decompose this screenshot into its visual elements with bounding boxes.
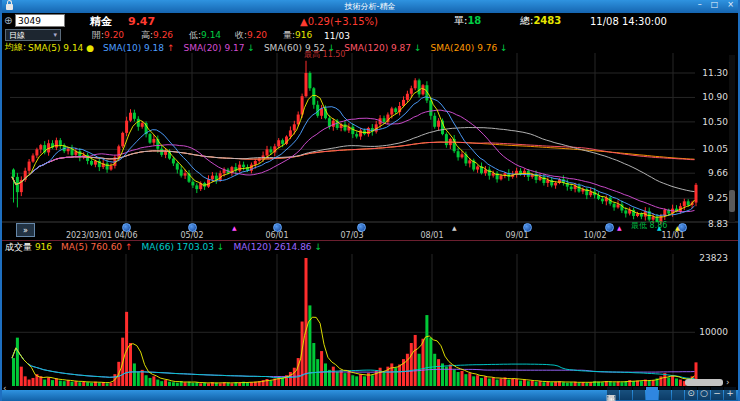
volume-axis-label: 23823 [696,253,728,263]
quote-datetime: 11/08 14:30:00 [590,16,667,27]
event-marker-icon[interactable] [523,223,532,232]
quote-bar: ⊕ 精金 9.47 ▲0.29(+3.15%) 單:18 總:2483 11/0… [2,13,738,29]
stock-lookup-icon[interactable]: ⊕ [4,15,12,26]
signal-triangle-icon[interactable]: ▲ [452,225,457,231]
bar-date: 11/03 [324,31,350,41]
flag-button[interactable] [672,387,684,400]
close-button[interactable]: × [727,0,734,9]
last-price: 9.47 [128,15,155,28]
price-change: ▲0.29(+3.15%) [300,16,378,27]
volume-chart[interactable] [2,254,740,388]
highest-price-annotation: 最高 11.50 [304,49,345,60]
low-value: 低:9.14 [189,29,221,42]
zoom-target-button[interactable]: ⊙ [685,387,697,400]
grid-button[interactable] [659,387,671,400]
chevron-down-icon: ▾ [53,31,57,39]
period-value: 日線 [9,30,25,41]
zoom-target-icon: ⊙ [687,389,695,398]
price-axis-label: 10.05 [696,144,728,154]
open-value: 開:9.20 [92,29,124,42]
chart-toolbar: ⊙○−+ [606,387,736,400]
window-titlebar: 技術分析-精金 – □ × [2,0,738,13]
printer-button[interactable] [620,387,632,400]
ohlc-bar: 日線 ▾ 開:9.20 高:9.26 低:9.14 收:9.20 量:916 1… [2,29,738,42]
volume-legend: 成交量 916 MA(5) 760.60 ↑MA(66) 1703.03 ↓MA… [5,241,331,253]
zoom-circle-button[interactable]: ○ [698,387,710,400]
stock-code-input[interactable] [15,14,65,27]
volume-axis-label: 10000 [696,327,728,337]
event-marker-icon[interactable] [357,223,366,232]
total-volume: 總:2483 [520,14,561,28]
date-tick-label: 05/02 [150,231,234,240]
date-tick-label: 09/01 [475,231,559,240]
zoom-in-button[interactable]: + [724,387,736,400]
single-volume: 單:18 [454,14,481,28]
signal-triangle-icon[interactable]: ▲ [617,225,622,231]
volume-value: 量:916 [283,29,312,42]
hand-button[interactable] [633,387,645,400]
date-axis: » 2023/03/0104/0605/0206/0107/0308/0109/… [2,222,738,240]
event-marker-icon[interactable] [273,223,282,232]
horizontal-scrollbar-thumb[interactable] [685,379,723,386]
minimize-button[interactable]: – [698,0,702,9]
date-tick-label: 11/01 [631,231,715,240]
signal-triangle-icon[interactable]: ▲ [232,225,237,231]
zoom-circle-icon: ○ [700,389,708,398]
volume-legend-label: 成交量 [5,242,32,252]
price-axis-label: 10.90 [696,92,728,102]
window-title: 技術分析-精金 [2,1,738,12]
app-window: 技術分析-精金 – □ × ⊕ 精金 9.47 ▲0.29(+3.15%) 單:… [0,0,740,401]
volume-ma-legend-item: MA(120) 2614.86 ↓ [233,242,322,252]
stock-name: 精金 [90,14,112,29]
sma-legend-item: SMA(5) 9.14 ● [28,43,94,53]
sma-legend-item: SMA(10) 9.18 ↑ [103,43,174,53]
zoom-out-icon: − [713,389,721,398]
date-tick-label: 08/01 [390,231,474,240]
sma-legend-item: SMA(240) 9.76 ↓ [430,43,507,53]
expand-button[interactable]: » [16,223,35,237]
event-marker-icon[interactable] [122,223,131,232]
volume-ma-legend-item: MA(66) 1703.03 ↓ [142,242,225,252]
high-value: 高:9.26 [141,29,173,42]
event-marker-icon[interactable] [188,223,197,232]
signal-triangle-icon[interactable]: ▲ [675,225,680,231]
date-tick-label: 07/03 [310,231,394,240]
period-select[interactable]: 日線 ▾ [5,29,61,41]
sma-legend-item: SMA(20) 9.17 ↓ [183,43,254,53]
price-axis-label: 9.66 [696,168,728,178]
sma-legend: 均線: SMA(5) 9.14 ●SMA(10) 9.18 ↑SMA(20) 9… [2,42,738,53]
vertical-scrollbar-thumb[interactable] [729,190,735,212]
zoom-in-icon: + [726,389,734,398]
sma-legend-item: SMA(120) 9.87 ↓ [344,43,421,53]
price-axis-label: 8.83 [696,219,728,229]
price-axis-label: 9.25 [696,193,728,203]
date-tick-label: 06/01 [235,231,319,240]
volume-legend-value: 916 [35,242,52,252]
event-marker-icon[interactable] [605,223,614,232]
signal-triangle-icon[interactable]: ▲ [657,225,662,231]
cursor-button[interactable] [646,387,658,400]
volume-ma-legend-item: MA(5) 760.60 ↑ [61,242,132,252]
close-value: 收:9.20 [235,29,267,42]
zoom-out-button[interactable]: − [711,387,723,400]
price-axis-label: 10.50 [696,117,728,127]
price-chart[interactable] [2,53,740,225]
date-tick-label: 10/02 [553,231,637,240]
price-axis-label: 11.30 [696,68,728,78]
scroll-right-arrow[interactable]: › [726,378,730,387]
restore-button[interactable]: □ [711,0,719,9]
